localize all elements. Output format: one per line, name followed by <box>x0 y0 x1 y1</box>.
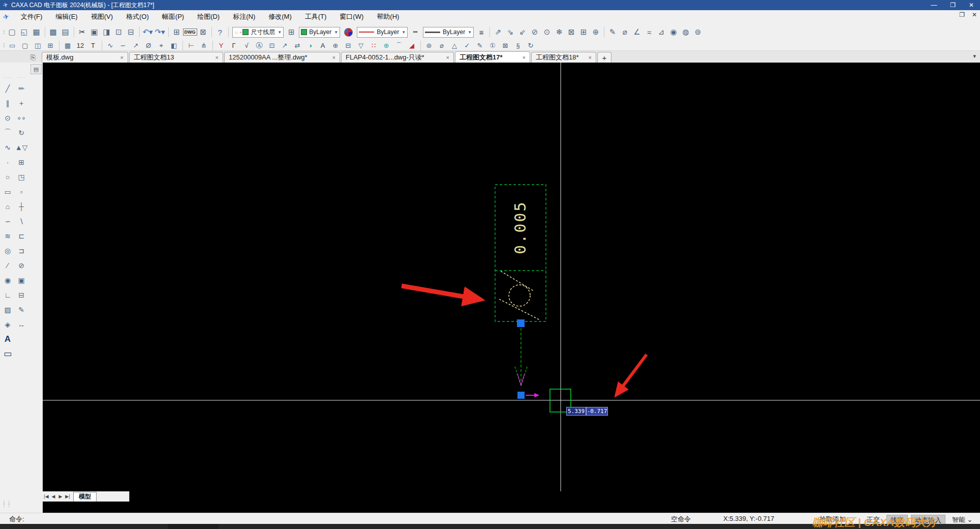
target-tool-icon[interactable]: ◉ <box>667 26 680 38</box>
style-manager-icon[interactable]: ≈ <box>643 26 655 38</box>
parameter-block-icon[interactable]: ⊞ <box>44 41 57 50</box>
minimize-button[interactable]: — <box>931 2 937 9</box>
sheet-size-icon[interactable]: ▭ <box>6 41 19 50</box>
cloud-line-tool[interactable]: ≋ <box>2 228 14 243</box>
grip-point-bottom[interactable] <box>517 392 525 399</box>
hole-axis-icon[interactable]: Ø <box>142 41 155 50</box>
crop-tool[interactable]: ▫ <box>15 184 27 199</box>
hatch-tool[interactable]: ▨ <box>2 302 14 317</box>
bend-line-icon[interactable]: ↗ <box>279 41 291 50</box>
close-button[interactable]: ✕ <box>969 2 974 9</box>
menu-item-10[interactable]: 窗口(W) <box>333 10 370 23</box>
detail-table-icon[interactable]: T <box>87 41 100 50</box>
datum-letter-icon[interactable]: A <box>317 41 329 50</box>
menu-item-9[interactable]: 工具(T) <box>298 10 333 23</box>
layer-on-icon[interactable]: ⊙ <box>541 26 553 38</box>
doc-tab-3[interactable]: 125200009AA ...整理.dwg*× <box>224 52 340 63</box>
rotate-tool[interactable]: ↻ <box>15 125 27 140</box>
ellipse-tool[interactable]: ○ <box>2 169 14 184</box>
ole-object-tool[interactable]: ▭ <box>2 346 14 361</box>
spline-tool[interactable]: ∿ <box>2 140 14 155</box>
menu-item-2[interactable]: 编辑(E) <box>49 10 84 23</box>
shade-tool-icon[interactable]: ◍ <box>680 26 692 38</box>
export-icon[interactable]: ⊠ <box>197 26 209 38</box>
cylindricity-symbol[interactable] <box>499 271 540 320</box>
style-icon[interactable]: § <box>512 41 525 50</box>
hook-curve-tool[interactable]: ∽ <box>2 214 14 228</box>
section-view-icon[interactable]: ◑ <box>304 41 317 50</box>
move-to-layer-icon[interactable]: ⇗ <box>492 26 504 38</box>
copy-with-basepoint-icon[interactable]: ◨ <box>101 26 113 38</box>
extend-tool[interactable]: ⊐ <box>15 243 27 258</box>
zigzag-line-icon[interactable]: ∽ <box>117 41 130 50</box>
arc-dim-icon[interactable]: ⌒ <box>393 41 406 50</box>
circle-tool[interactable]: ⊙ <box>2 110 14 125</box>
command-prompt[interactable]: 命令: <box>9 515 24 524</box>
tab-list-chevron-icon[interactable]: ▾ <box>973 53 976 60</box>
array-tool[interactable]: ⊞ <box>15 155 27 169</box>
pointer-icon[interactable]: ↗ <box>130 41 142 50</box>
linear-dim-icon[interactable]: ⊢ <box>185 41 198 50</box>
ring-tool-icon[interactable]: ⊚ <box>692 26 704 38</box>
layer-lock-icon[interactable]: ⊠ <box>565 26 577 38</box>
layer-merge-icon[interactable]: ⊕ <box>590 26 602 38</box>
ruler-dim-icon[interactable]: ⊟ <box>342 41 355 50</box>
pick-mode[interactable]: 拾取添加 <box>819 515 846 524</box>
centerline-tool[interactable]: ┼ <box>15 199 27 214</box>
title-block-icon[interactable]: ◫ <box>32 41 44 50</box>
redo-icon[interactable]: ↷▾ <box>154 26 166 38</box>
model-tab[interactable]: 模型 <box>73 492 97 502</box>
slash-tool[interactable]: ⁄ <box>2 258 14 273</box>
help-icon[interactable]: ? <box>214 26 226 38</box>
doc-tab-6[interactable]: 工程图文档18*× <box>531 52 596 63</box>
slope-icon[interactable]: ◢ <box>406 41 418 50</box>
cut-icon[interactable]: ✂ <box>76 26 88 38</box>
panel-resize-grip[interactable]: ⋮⋮⋮⋮ <box>2 501 12 506</box>
format-brush-icon[interactable]: ✎ <box>606 26 619 38</box>
donut-tool[interactable]: ◎ <box>2 243 14 258</box>
layer-off-icon[interactable]: ⊘ <box>529 26 541 38</box>
paste-icon[interactable]: ⊡ <box>113 26 125 38</box>
pick-layer-icon[interactable]: ⇙ <box>516 26 529 38</box>
doc-tab-4[interactable]: FLAP4-0052-1...dwg-只读*× <box>341 52 454 63</box>
copy-to-layer-icon[interactable]: ⇘ <box>504 26 516 38</box>
parallel-line-tool[interactable]: ∥ <box>2 96 14 110</box>
block-tool[interactable]: ▣ <box>15 273 27 287</box>
close-tab-icon[interactable]: × <box>120 54 124 61</box>
triangle-tool-icon[interactable]: ⊿ <box>655 26 667 38</box>
table-icon[interactable]: ▦ <box>62 41 74 50</box>
menu-item-7[interactable]: 标注(N) <box>226 10 262 23</box>
mirror-tool[interactable]: ▲▽ <box>15 140 27 155</box>
close-tab-icon[interactable]: × <box>216 54 219 61</box>
new-tab-button[interactable]: + <box>597 52 611 63</box>
linetype-settings-icon[interactable]: ┅ <box>409 26 421 38</box>
number-box-icon[interactable]: ⊡ <box>266 41 279 50</box>
stamp-tool[interactable]: ◉ <box>2 273 14 287</box>
label-tool[interactable]: ◈ <box>2 317 14 332</box>
flange-icon[interactable]: ◧ <box>168 41 180 50</box>
drawing-canvas[interactable]: 0.005 <box>43 63 980 513</box>
dot-array-icon[interactable]: ∷ <box>368 41 380 50</box>
stretch-tool[interactable]: ◳ <box>15 169 27 184</box>
weld-icon[interactable]: △ <box>448 41 461 50</box>
next-page-button[interactable]: ▶ <box>57 492 64 501</box>
center-hole-icon[interactable]: ⊚ <box>423 41 436 50</box>
roughness-icon[interactable]: √ <box>240 41 253 50</box>
symmetry-icon[interactable]: ⇄ <box>291 41 304 50</box>
undo-icon[interactable]: ↶▾ <box>142 26 154 38</box>
layer-unlock-icon[interactable]: ⊞ <box>577 26 590 38</box>
delete-tool[interactable]: ⊘ <box>15 258 27 273</box>
linetype-select[interactable]: ByLayer▼ <box>357 27 408 38</box>
datum-symbol-icon[interactable]: Ⓐ <box>253 41 266 50</box>
menu-item-11[interactable]: 帮助(H) <box>370 10 406 23</box>
color-picker-icon[interactable] <box>344 28 353 37</box>
axis-tool[interactable]: ∟ <box>2 287 14 302</box>
layer-select[interactable]: ☼▫尺寸线层▼ <box>232 27 284 38</box>
last-page-button[interactable]: ▶| <box>64 492 71 501</box>
polygon-tool[interactable]: ⌂ <box>2 199 14 214</box>
new-file-icon[interactable]: ▢ <box>6 26 18 38</box>
arc-tool[interactable]: ⌒ <box>2 125 14 140</box>
menu-item-8[interactable]: 修改(M) <box>262 10 298 23</box>
focal-mark-icon[interactable]: ⊕ <box>329 41 342 50</box>
doc-tab-1[interactable]: 模板.dwg× <box>42 52 128 63</box>
